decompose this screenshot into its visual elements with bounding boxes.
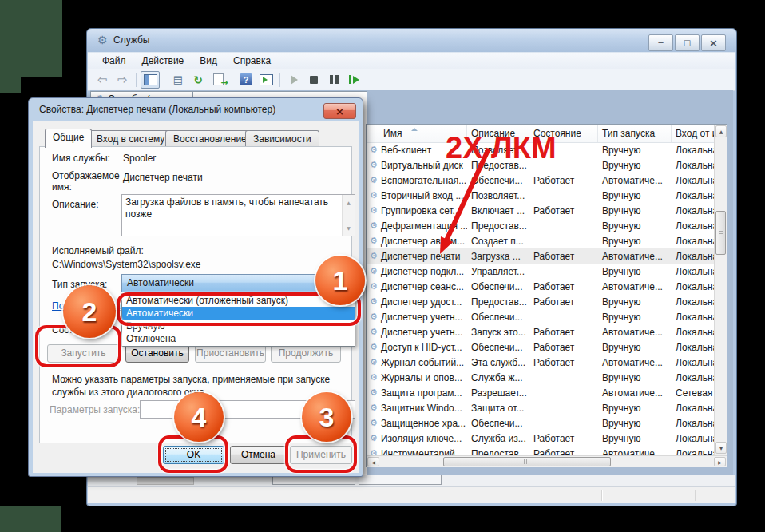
column-header-4[interactable]: Вход от и — [672, 125, 714, 142]
cancel-button[interactable]: Отмена — [230, 446, 287, 464]
console-tree-toggle-icon[interactable] — [141, 71, 160, 89]
gear-icon: ⚙ — [370, 236, 378, 246]
annotation-step-2: 2 — [63, 285, 116, 338]
service-row[interactable]: ⚙Журнал событий...Эта служб...РаботаетАв… — [367, 355, 714, 370]
service-row[interactable]: ⚙Диспетчер удост...Предостав...РаботаетВ… — [367, 294, 714, 309]
view-tab-standard[interactable] — [359, 475, 442, 485]
scroll-up-icon[interactable]: ▲ — [715, 125, 727, 137]
service-name-cell: ⚙Дефрагментация ... — [367, 220, 467, 232]
service-row[interactable]: ⚙Диспетчер печатиЗагрузка ...РаботаетАвт… — [367, 248, 714, 264]
resume-service-icon[interactable] — [344, 71, 363, 89]
start-service-icon[interactable] — [284, 71, 303, 89]
service-startup-cell: Вручную — [598, 403, 672, 414]
status-bar-separator — [695, 490, 696, 501]
tab-recovery[interactable]: Восстановление — [165, 130, 255, 147]
service-startup-cell: Автоматиче... — [598, 175, 672, 186]
title-bar[interactable]: ⚙ Службы ─ □ × — [87, 29, 736, 52]
gear-icon: ⚙ — [370, 403, 378, 413]
tab-logon[interactable]: Вход в систему — [89, 130, 172, 147]
refresh-icon[interactable]: ↻ — [188, 71, 208, 89]
pause-service-button[interactable]: Приостановить — [195, 344, 266, 363]
service-desc-cell: Обеспечи... — [467, 342, 529, 353]
menu-item-action[interactable]: Действие — [134, 53, 192, 69]
help-icon[interactable]: ? — [236, 71, 256, 89]
toolbar: ⇦ ⇨ ▤ ↻ ? — [88, 69, 735, 91]
scroll-right-icon[interactable]: ▶ — [714, 457, 726, 466]
menu-item-view[interactable]: Вид — [192, 53, 225, 69]
service-row[interactable]: ⚙Инструментарий...Предостав...РаботаетАв… — [367, 446, 714, 455]
services-app-icon: ⚙ — [97, 34, 108, 46]
gear-icon: ⚙ — [370, 387, 378, 398]
service-row[interactable]: ⚙Вторичный вход ...Позволяет...ВручнуюЛо… — [367, 188, 714, 203]
service-startup-cell: Вручную — [598, 342, 672, 353]
forward-icon[interactable]: ⇨ — [113, 71, 132, 89]
gear-icon: ⚙ — [370, 448, 378, 455]
stop-service-button[interactable]: Остановить — [125, 344, 189, 363]
service-name-cell: ⚙Защита програм... — [367, 387, 467, 399]
textarea-scrollbar[interactable]: ▲ ▼ — [342, 195, 355, 236]
gear-icon: ⚙ — [370, 296, 378, 307]
back-icon[interactable]: ⇦ — [93, 71, 112, 89]
service-startup-cell: Автоматиче... — [598, 387, 672, 399]
tab-dependencies[interactable]: Зависимости — [245, 130, 319, 147]
export-list-icon[interactable] — [208, 71, 228, 89]
service-row[interactable]: ⚙Диспетчер учетн...Обеспечи...ВручнуюЛок… — [367, 309, 714, 324]
gear-icon: ⚙ — [370, 372, 378, 383]
service-row[interactable]: ⚙Группировка сет...Включает ...РаботаетВ… — [367, 203, 714, 218]
close-button[interactable]: × — [701, 34, 726, 51]
vertical-scroll-thumb[interactable] — [715, 211, 726, 255]
scroll-down-icon[interactable]: ▼ — [715, 442, 727, 454]
scroll-left-icon[interactable]: ◀ — [367, 457, 379, 466]
start-params-label: Параметры запуска: — [50, 404, 140, 415]
service-row[interactable]: ⚙Доступ к HID-уст...Обеспечи...РаботаетВ… — [367, 339, 714, 355]
service-desc-cell: Загрузка ... — [467, 251, 529, 262]
service-row[interactable]: ⚙Вспомогательная...Обеспечи...РаботаетАв… — [367, 173, 714, 188]
annotation-double-click-label: 2Х ЛКМ — [446, 131, 557, 165]
column-header-3[interactable]: Тип запуска — [598, 125, 672, 142]
service-row[interactable]: ⚙Дефрагментация ...Предостав...ВручнуюЛо… — [367, 218, 714, 233]
toolbar-separator — [164, 73, 164, 87]
menu-item-file[interactable]: Файл — [94, 53, 134, 69]
service-row[interactable]: ⚙Диспетчер учетн...Запуск это...Работает… — [367, 324, 714, 339]
scroll-down-icon[interactable]: ▼ — [343, 222, 355, 234]
dialog-title: Свойства: Диспетчер печати (Локальный ко… — [39, 98, 275, 121]
description-text: Загрузка файлов в память, чтобы напечата… — [125, 197, 328, 220]
service-login-cell: Локальна... — [672, 372, 714, 383]
show-extended-view-icon[interactable] — [256, 71, 275, 89]
description-textarea[interactable]: Загрузка файлов в память, чтобы напечата… — [121, 194, 355, 236]
service-name-cell: ⚙Диспетчер учетн... — [367, 327, 467, 338]
service-desc-cell: Обеспечи... — [467, 281, 529, 292]
service-startup-cell: Автоматиче... — [598, 448, 672, 456]
scroll-up-icon[interactable]: ▲ — [343, 197, 355, 208]
service-row[interactable]: ⚙Журналы и опов...Служба ж...ВручнуюЛока… — [367, 370, 714, 385]
minimize-button[interactable]: ─ — [648, 34, 673, 51]
service-row[interactable]: ⚙Изоляция ключе...Служба из...РаботаетВр… — [367, 431, 714, 446]
service-startup-cell: Вручную — [598, 160, 672, 171]
service-row[interactable]: ⚙Защита програм...Разрешает...Автоматиче… — [367, 385, 714, 400]
vertical-scrollbar[interactable]: ▲ ▼ — [714, 125, 727, 455]
service-startup-cell: Вручную — [598, 220, 672, 232]
service-state-cell: Работает — [529, 448, 598, 456]
service-row[interactable]: ⚙Защитник Windo...Защита от...ВручнуюЛок… — [367, 400, 714, 415]
dropdown-option[interactable]: Отключена — [122, 332, 355, 345]
menu-item-help[interactable]: Справка — [225, 53, 279, 69]
service-startup-cell: Вручную — [598, 190, 672, 201]
service-login-cell: Сетевая с... — [672, 387, 714, 399]
pause-service-icon[interactable] — [324, 71, 343, 89]
service-row[interactable]: ⚙Диспетчер автом...Создает п...ВручнуюЛо… — [367, 233, 714, 248]
properties-icon[interactable]: ▤ — [168, 71, 188, 89]
maximize-button[interactable]: □ — [675, 34, 700, 51]
service-row[interactable]: ⚙Диспетчер подкл...Управляет...ВручнуюЛо… — [367, 264, 714, 279]
dialog-close-icon[interactable]: × — [323, 103, 356, 119]
annotation-step-4: 4 — [174, 392, 224, 442]
horizontal-scrollbar[interactable]: ◀ ▶ — [367, 455, 727, 467]
stop-service-icon[interactable] — [304, 71, 323, 89]
desktop: ⚙ Службы ─ □ × ФайлДействиеВидСправка ⇦ … — [0, 0, 765, 532]
tab-general[interactable]: Общие — [45, 129, 92, 148]
service-startup-cell: Вручную — [598, 236, 672, 247]
gear-icon: ⚙ — [370, 433, 378, 443]
service-row[interactable]: ⚙Защищенное хра...Обеспечи...ВручнуюЛока… — [367, 415, 714, 431]
service-row[interactable]: ⚙Диспетчер сеанс...Обеспечи...РаботаетАв… — [367, 279, 714, 294]
horizontal-scroll-thumb[interactable] — [443, 457, 611, 466]
resume-service-button[interactable]: Продолжить — [271, 344, 341, 363]
